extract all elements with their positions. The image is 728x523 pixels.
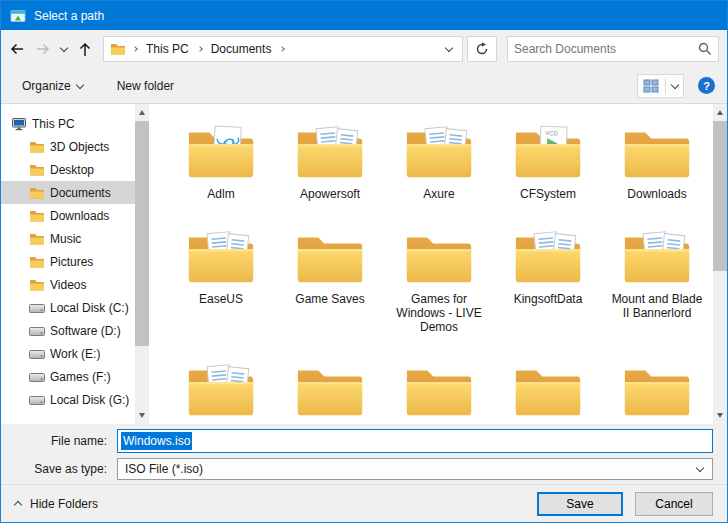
folder-with-documents-icon bbox=[294, 122, 366, 184]
scrollbar-thumb[interactable] bbox=[135, 121, 149, 346]
scroll-down-icon[interactable] bbox=[713, 407, 727, 424]
hide-folders-label: Hide Folders bbox=[30, 497, 98, 511]
view-options-button[interactable] bbox=[637, 74, 684, 98]
sidebar-item-software-d[interactable]: Software (D:) bbox=[1, 319, 135, 342]
sidebar-item-label: Games (F:) bbox=[50, 370, 111, 384]
back-arrow-icon bbox=[9, 42, 25, 56]
folder-item[interactable]: KingsoftData bbox=[496, 227, 600, 334]
sidebar-item-downloads[interactable]: Downloads bbox=[1, 204, 135, 227]
up-button[interactable] bbox=[73, 36, 97, 62]
refresh-button[interactable] bbox=[467, 36, 497, 62]
drive-icon bbox=[29, 347, 45, 361]
address-bar[interactable]: This PC Documents bbox=[103, 36, 463, 62]
folder-with-documents-icon bbox=[403, 122, 475, 184]
scroll-down-icon[interactable] bbox=[135, 407, 149, 424]
folder-item-partial[interactable] bbox=[169, 360, 273, 422]
refresh-icon bbox=[475, 42, 489, 56]
folder-item-label: Adlm bbox=[207, 187, 234, 201]
location-folder-icon bbox=[110, 42, 126, 56]
sidebar-item-local-disk-c[interactable]: Local Disk (C:) bbox=[1, 296, 135, 319]
sidebar-item-games-f[interactable]: Games (F:) bbox=[1, 365, 135, 388]
breadcrumb-separator-icon bbox=[280, 46, 286, 52]
folder-icon bbox=[29, 232, 45, 246]
command-toolbar: Organize New folder ? bbox=[1, 68, 727, 104]
sidebar-item-label: Downloads bbox=[50, 209, 109, 223]
scrollbar-thumb[interactable] bbox=[713, 121, 727, 271]
sidebar-item-documents[interactable]: Documents bbox=[1, 181, 135, 204]
chevron-down-icon bbox=[75, 80, 83, 88]
save-as-type-label: Save as type: bbox=[1, 462, 117, 476]
folder-item[interactable]: Game Saves bbox=[278, 227, 382, 334]
folder-item-partial[interactable] bbox=[387, 360, 491, 422]
file-list-scrollbar[interactable] bbox=[713, 104, 727, 424]
sidebar-item-videos[interactable]: Videos bbox=[1, 273, 135, 296]
folder-icon bbox=[29, 209, 45, 223]
scroll-up-icon[interactable] bbox=[713, 104, 727, 121]
sidebar-item-music[interactable]: Music bbox=[1, 227, 135, 250]
folder-icon bbox=[294, 360, 366, 422]
sidebar-item-label: This PC bbox=[32, 117, 75, 131]
breadcrumb-documents[interactable]: Documents bbox=[209, 40, 274, 58]
sidebar-item-this-pc[interactable]: This PC bbox=[1, 112, 135, 135]
folder-icon bbox=[512, 360, 584, 422]
folder-item-label: Mount and Blade II Bannerlord bbox=[607, 292, 707, 320]
new-folder-button[interactable]: New folder bbox=[108, 74, 183, 98]
folder-item[interactable]: Apowersoft bbox=[278, 122, 382, 201]
folder-item-partial[interactable] bbox=[496, 360, 600, 422]
folder-item[interactable]: Mount and Blade II Bannerlord bbox=[605, 227, 709, 334]
computer-icon bbox=[11, 117, 27, 131]
address-dropdown-icon[interactable] bbox=[445, 44, 453, 52]
cancel-button[interactable]: Cancel bbox=[635, 492, 713, 516]
help-button[interactable]: ? bbox=[698, 77, 715, 94]
folder-item[interactable]: CFSystem bbox=[496, 122, 600, 201]
folder-icon bbox=[29, 255, 45, 269]
scroll-up-icon[interactable] bbox=[135, 104, 149, 121]
sidebar-item-3d-objects[interactable]: 3D Objects bbox=[1, 135, 135, 158]
sidebar-item-work-e[interactable]: Work (E:) bbox=[1, 342, 135, 365]
folder-item[interactable]: Downloads bbox=[605, 122, 709, 201]
sidebar-item-local-disk-g[interactable]: Local Disk (G:) bbox=[1, 388, 135, 411]
sidebar-scrollbar[interactable] bbox=[135, 104, 149, 424]
back-button[interactable] bbox=[5, 36, 29, 62]
folder-item-partial[interactable] bbox=[278, 360, 382, 422]
folder-item[interactable]: Axure bbox=[387, 122, 491, 201]
sidebar-item-label: 3D Objects bbox=[50, 140, 109, 154]
sidebar-item-label: Local Disk (G:) bbox=[50, 393, 129, 407]
folder-item-partial[interactable] bbox=[605, 360, 709, 422]
folder-icon bbox=[29, 140, 45, 154]
sidebar-item-desktop[interactable]: Desktop bbox=[1, 158, 135, 181]
breadcrumb-separator-icon bbox=[197, 46, 203, 52]
new-folder-label: New folder bbox=[117, 79, 174, 93]
save-as-type-select[interactable]: ISO File (*.iso) bbox=[117, 458, 713, 480]
folder-with-documents-icon bbox=[621, 227, 693, 289]
file-name-value: Windows.iso bbox=[121, 432, 192, 450]
folder-with-vcd-document-icon bbox=[512, 122, 584, 184]
folder-item[interactable]: Games for Windows - LIVE Demos bbox=[387, 227, 491, 334]
breadcrumb-separator-icon bbox=[132, 46, 138, 52]
folder-with-documents-icon bbox=[512, 227, 584, 289]
search-input[interactable] bbox=[514, 42, 698, 56]
save-button[interactable]: Save bbox=[537, 492, 623, 516]
folder-item[interactable]: Adlm bbox=[169, 122, 273, 201]
chevron-down-icon bbox=[60, 44, 68, 52]
sidebar-item-pictures[interactable]: Pictures bbox=[1, 250, 135, 273]
file-list: Adlm Apowersoft Axure CFSystem Downloads bbox=[149, 104, 713, 424]
breadcrumb-this-pc[interactable]: This PC bbox=[144, 40, 191, 58]
sidebar-item-label: Documents bbox=[50, 186, 111, 200]
organize-button[interactable]: Organize bbox=[13, 74, 92, 98]
forward-button[interactable] bbox=[31, 36, 55, 62]
folder-icon bbox=[621, 122, 693, 184]
folder-item[interactable]: EaseUS bbox=[169, 227, 273, 334]
folder-item-label: Games for Windows - LIVE Demos bbox=[389, 292, 489, 334]
sidebar-item-label: Work (E:) bbox=[50, 347, 100, 361]
search-box[interactable] bbox=[507, 36, 719, 62]
folder-icon bbox=[29, 186, 45, 200]
file-name-input[interactable]: Windows.iso bbox=[117, 429, 713, 453]
folder-item-label: KingsoftData bbox=[514, 292, 583, 306]
folder-item-label: Downloads bbox=[627, 187, 686, 201]
folder-with-ie-document-icon bbox=[185, 122, 257, 184]
app-icon bbox=[10, 8, 26, 24]
recent-locations-dropdown[interactable] bbox=[57, 36, 71, 62]
drive-icon bbox=[29, 301, 45, 315]
hide-folders-button[interactable]: Hide Folders bbox=[15, 497, 98, 511]
